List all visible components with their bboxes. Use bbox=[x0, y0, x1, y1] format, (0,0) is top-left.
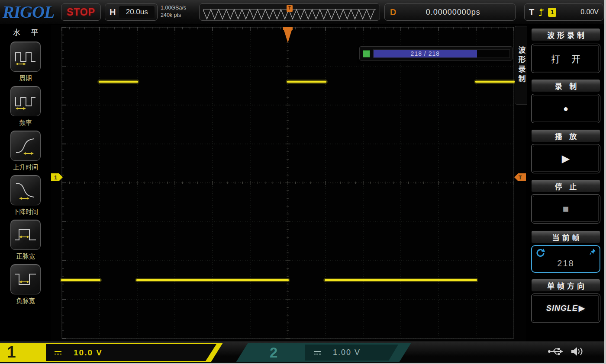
record-menu-title: 波形录制 bbox=[531, 28, 600, 41]
positive-pulse-width-icon bbox=[13, 225, 38, 244]
record-status-square bbox=[363, 50, 370, 57]
channel1-status[interactable]: 1 10.0 V bbox=[0, 343, 223, 362]
channel2-status[interactable]: 2 1.00 V bbox=[236, 343, 411, 362]
dc-coupling-icon bbox=[313, 350, 322, 355]
measure-sidebar: 水 平 周期 频率 bbox=[0, 25, 51, 342]
play-button[interactable]: ▶ bbox=[531, 144, 600, 173]
trigger-position-marker[interactable] bbox=[283, 27, 293, 43]
rising-edge-icon bbox=[538, 7, 545, 17]
rise-time-icon bbox=[13, 136, 38, 155]
channel-status-bar: 1 10.0 V 2 1.00 V bbox=[0, 342, 604, 363]
sidebar-item-period[interactable]: 周期 bbox=[10, 42, 41, 82]
trigger-t-label: T bbox=[529, 7, 534, 17]
oscilloscope-screen: RIGOL STOP H 20.0us 1.00GSa/s 240k pts T… bbox=[0, 0, 606, 364]
negative-pulse-width-icon bbox=[13, 270, 38, 289]
trigger-block[interactable]: T 1 0.00V bbox=[524, 3, 603, 21]
trigger-source-badge: 1 bbox=[548, 8, 556, 17]
delay-block[interactable]: D 0.00000000ps bbox=[384, 3, 516, 21]
acquisition-info: 1.00GSa/s 240k pts bbox=[161, 4, 199, 19]
waveform-preview-bar[interactable]: T bbox=[199, 3, 380, 21]
trigger-position-marker-top[interactable]: T bbox=[287, 5, 293, 12]
record-progress-bar: 218 / 218 bbox=[359, 46, 513, 61]
delay-d-label: D bbox=[390, 7, 396, 17]
stop-button[interactable]: ■ bbox=[531, 194, 600, 224]
play-label: 播 放 bbox=[531, 129, 600, 142]
sidebar-item-positive-pulse-width[interactable]: 正脉宽 bbox=[10, 220, 41, 260]
channel1-scale: 10.0 V bbox=[74, 348, 103, 358]
play-triangle-icon: ▶ bbox=[562, 153, 570, 165]
sidebar-item-fall-time[interactable]: 下降时间 bbox=[10, 175, 41, 216]
sound-icon bbox=[571, 346, 583, 357]
sidebar-item-negative-pulse-width[interactable]: 负脉宽 bbox=[10, 264, 41, 305]
memory-depth: 240k pts bbox=[161, 12, 199, 19]
sample-rate: 1.00GSa/s bbox=[161, 4, 199, 12]
run-state-label: STOP bbox=[67, 6, 95, 18]
top-bar: RIGOL STOP H 20.0us 1.00GSa/s 240k pts T… bbox=[0, 0, 604, 25]
record-menu: 波形录制 打 开 录 制 ● 播 放 ▶ 停 止 ■ 当前帧 218 bbox=[528, 25, 604, 342]
run-state-button[interactable]: STOP bbox=[61, 3, 101, 21]
dc-coupling-icon bbox=[54, 350, 62, 355]
delay-value: 0.00000000ps bbox=[396, 8, 510, 17]
frequency-icon bbox=[13, 92, 38, 111]
svg-text:T: T bbox=[519, 175, 522, 181]
rotary-knob-icon bbox=[535, 248, 545, 258]
channel1-number: 1 bbox=[7, 343, 16, 361]
sidebar-title: 水 平 bbox=[9, 26, 43, 38]
current-frame-value: 218 bbox=[532, 259, 600, 268]
channel2-scale: 1.00 V bbox=[333, 348, 361, 357]
trigger-level-marker[interactable]: T bbox=[514, 173, 526, 181]
sidebar-item-frequency[interactable]: 频率 bbox=[10, 86, 41, 127]
frame-direction-button[interactable]: SINGLE▶ bbox=[531, 294, 600, 323]
stop-square-icon: ■ bbox=[563, 203, 569, 215]
waveform-display: 1 T 218 / 218 bbox=[51, 25, 526, 342]
channel2-number: 2 bbox=[270, 345, 277, 361]
graticule-and-trace: 1 T bbox=[51, 25, 526, 342]
record-label: 录 制 bbox=[531, 79, 600, 92]
rigol-logo: RIGOL bbox=[3, 2, 54, 22]
timebase-value: 20.0us bbox=[119, 6, 155, 18]
current-frame-field[interactable]: 218 bbox=[531, 245, 600, 273]
svg-text:1: 1 bbox=[54, 174, 57, 181]
fall-time-icon bbox=[13, 181, 38, 200]
frame-direction-value: SINGLE bbox=[546, 304, 578, 313]
sidebar-item-rise-time[interactable]: 上升时间 bbox=[10, 131, 41, 171]
record-dot-icon: ● bbox=[563, 104, 568, 114]
record-menu-tab: 波形录制 bbox=[515, 26, 527, 105]
frame-direction-label: 单帧方向 bbox=[531, 279, 600, 292]
stop-label: 停 止 bbox=[531, 179, 600, 192]
channel1-level-marker[interactable]: 1 bbox=[51, 173, 63, 181]
pushpin-icon bbox=[590, 248, 596, 255]
direction-arrow-icon: ▶ bbox=[579, 304, 585, 313]
record-button[interactable]: ● bbox=[531, 94, 600, 123]
progress-fill: 218 / 218 bbox=[374, 50, 477, 57]
timebase-h-label: H bbox=[110, 7, 116, 17]
timebase-block[interactable]: H 20.0us bbox=[105, 3, 158, 21]
trigger-level-value: 0.00V bbox=[580, 8, 599, 16]
period-icon bbox=[13, 47, 38, 66]
record-open-button[interactable]: 打 开 bbox=[531, 44, 600, 73]
usb-icon bbox=[547, 346, 564, 357]
current-frame-label: 当前帧 bbox=[531, 230, 600, 243]
